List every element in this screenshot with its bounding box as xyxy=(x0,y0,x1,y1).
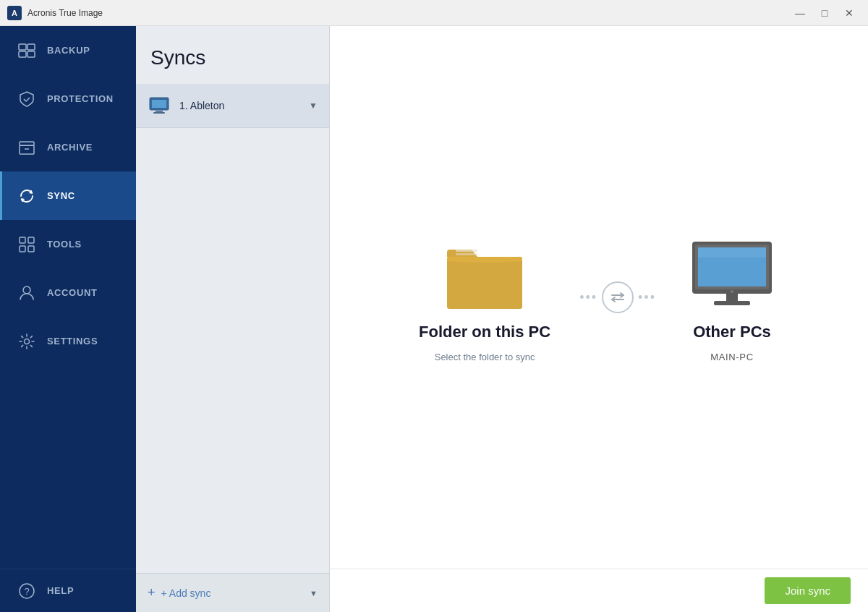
sidebar-item-backup[interactable]: BACKUP xyxy=(0,26,136,75)
svg-rect-17 xyxy=(156,111,163,112)
maximize-button[interactable]: □ xyxy=(813,4,836,22)
archive-label: ARCHIVE xyxy=(47,142,93,153)
sidebar: BACKUP PROTECTION ARCHIVE xyxy=(0,26,136,612)
tools-label: TOOLS xyxy=(47,239,82,250)
svg-rect-16 xyxy=(152,100,166,108)
account-label: ACCOUNT xyxy=(47,287,98,298)
sidebar-item-archive[interactable]: ARCHIVE xyxy=(0,123,136,171)
folder-endpoint: Folder on this PC Select the folder to s… xyxy=(419,233,550,362)
tools-icon xyxy=(17,234,37,255)
monitor-icon xyxy=(685,233,779,313)
svg-point-29 xyxy=(731,290,733,293)
svg-rect-18 xyxy=(153,112,165,114)
sidebar-item-help[interactable]: ? HELP xyxy=(0,569,136,612)
svg-rect-5 xyxy=(20,145,34,154)
window-controls: — □ ✕ xyxy=(788,4,861,22)
sidebar-item-tools[interactable]: TOOLS xyxy=(0,220,136,268)
sync-visual: Folder on this PC Select the folder to s… xyxy=(419,233,779,362)
sidebar-item-settings[interactable]: SETTINGS xyxy=(0,317,136,365)
app-title: Acronis True Image xyxy=(27,8,788,18)
protection-label: PROTECTION xyxy=(47,93,114,104)
svg-point-12 xyxy=(25,339,30,344)
sync-label: SYNC xyxy=(47,190,75,201)
plus-icon: + xyxy=(148,585,156,600)
sync-item-monitor-icon xyxy=(148,94,171,117)
app-logo: A xyxy=(7,6,22,20)
sidebar-item-protection[interactable]: PROTECTION xyxy=(0,75,136,123)
folder-icon xyxy=(441,233,528,313)
settings-icon xyxy=(17,331,37,352)
add-sync-chevron-icon: ▼ xyxy=(310,589,318,598)
sync-item-name: 1. Ableton xyxy=(179,100,300,111)
svg-rect-21 xyxy=(456,253,477,255)
svg-rect-0 xyxy=(19,44,26,50)
add-sync-button[interactable]: + + Add sync ▼ xyxy=(148,585,318,600)
archive-icon xyxy=(17,137,37,158)
svg-rect-2 xyxy=(19,51,26,57)
sidebar-item-account[interactable]: ACCOUNT xyxy=(0,268,136,317)
sync-arrow-icon xyxy=(602,281,634,313)
svg-rect-19 xyxy=(447,257,522,309)
middle-footer: + + Add sync ▼ xyxy=(136,573,329,612)
main-content: Folder on this PC Select the folder to s… xyxy=(330,26,868,612)
svg-rect-8 xyxy=(28,237,34,243)
svg-text:?: ? xyxy=(25,586,30,597)
sync-visual-area: Folder on this PC Select the folder to s… xyxy=(330,26,868,569)
sync-icon xyxy=(17,186,37,206)
right-dots: ••• xyxy=(638,290,656,305)
svg-rect-10 xyxy=(28,246,34,252)
syncs-title: Syncs xyxy=(150,46,315,69)
help-icon: ? xyxy=(17,581,37,601)
left-dots: ••• xyxy=(579,290,597,305)
sync-item-ableton[interactable]: 1. Ableton ▼ xyxy=(136,84,329,128)
syncs-header: Syncs xyxy=(136,26,329,84)
add-sync-label: + Add sync xyxy=(161,587,211,599)
svg-rect-3 xyxy=(27,51,35,57)
protection-icon xyxy=(17,89,37,109)
svg-rect-7 xyxy=(20,237,25,243)
middle-panel: Syncs 1. Ableton ▼ + xyxy=(136,26,330,612)
svg-rect-26 xyxy=(726,294,738,301)
account-icon xyxy=(17,283,37,303)
other-pcs-subtitle: MAIN-PC xyxy=(710,352,753,362)
other-pcs-title: Other PCs xyxy=(693,323,771,341)
sync-arrows: ••• ••• xyxy=(579,281,656,313)
svg-rect-27 xyxy=(714,301,750,305)
folder-title: Folder on this PC xyxy=(419,323,550,341)
join-sync-button[interactable]: Join sync xyxy=(765,577,851,604)
sync-list: 1. Ableton ▼ xyxy=(136,84,329,573)
other-pcs-endpoint: Other PCs MAIN-PC xyxy=(685,233,779,362)
help-label: HELP xyxy=(47,585,74,596)
svg-rect-25 xyxy=(698,247,766,258)
minimize-button[interactable]: — xyxy=(788,4,812,22)
settings-label: SETTINGS xyxy=(47,336,98,347)
svg-point-11 xyxy=(23,286,30,294)
close-button[interactable]: ✕ xyxy=(838,4,861,22)
titlebar: A Acronis True Image — □ ✕ xyxy=(0,0,868,26)
svg-rect-20 xyxy=(456,250,477,252)
backup-label: BACKUP xyxy=(47,45,90,56)
svg-rect-9 xyxy=(20,246,25,252)
sidebar-item-sync[interactable]: SYNC xyxy=(0,171,136,220)
main-footer: Join sync xyxy=(330,569,868,612)
folder-subtitle: Select the folder to sync xyxy=(435,352,535,362)
chevron-down-icon: ▼ xyxy=(309,101,318,111)
backup-icon xyxy=(17,41,37,61)
app-body: BACKUP PROTECTION ARCHIVE xyxy=(0,26,868,612)
svg-rect-1 xyxy=(27,44,35,50)
